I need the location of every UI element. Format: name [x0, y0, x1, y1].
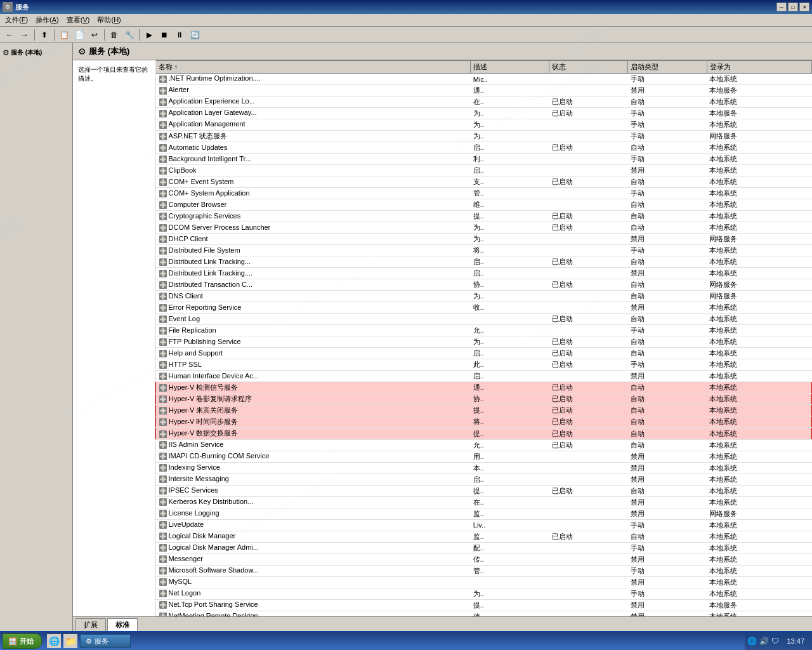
- tray-network-icon[interactable]: 🌐: [747, 637, 757, 646]
- tab-extended[interactable]: 扩展: [75, 618, 106, 631]
- table-row[interactable]: Messenger传..禁用本地系统: [156, 554, 812, 565]
- svg-rect-220: [160, 490, 162, 491]
- table-row[interactable]: Application Management为..手动本地系统: [156, 119, 812, 131]
- service-status-cell: 已启动: [549, 405, 628, 416]
- toolbar-back[interactable]: ←: [3, 28, 16, 42]
- svg-rect-45: [162, 161, 164, 162]
- toolbar-delete[interactable]: 🗑: [107, 28, 121, 42]
- col-header-desc[interactable]: 描述: [471, 61, 549, 74]
- svg-rect-136: [160, 330, 162, 331]
- taskbar-ie-icon[interactable]: 🌐: [47, 634, 61, 648]
- toolbar-paste[interactable]: 📄: [72, 28, 86, 42]
- table-row[interactable]: MySQL禁用本地系统: [156, 576, 812, 588]
- table-row[interactable]: Cryptographic Services提..已启动自动本地系统: [156, 211, 812, 222]
- start-button[interactable]: 🪟 开始: [3, 633, 42, 649]
- table-row[interactable]: IIS Admin Service允..已启动自动本地系统: [156, 439, 812, 451]
- col-header-status[interactable]: 状态: [549, 61, 628, 74]
- table-row[interactable]: Alerter通..禁用本地服务: [156, 85, 812, 96]
- col-header-logon[interactable]: 登录为: [707, 61, 811, 74]
- minimize-button[interactable]: ─: [776, 3, 787, 11]
- close-button[interactable]: ✕: [799, 3, 809, 11]
- table-row[interactable]: Hyper-V 数据交换服务提..已启动自动本地系统: [156, 428, 812, 439]
- tray-security-icon[interactable]: 🛡: [771, 637, 779, 646]
- service-startup-cell: 手动: [628, 188, 707, 199]
- table-row[interactable]: ASP.NET 状态服务为..手动网络服务: [156, 131, 812, 142]
- table-row[interactable]: Logical Disk Manager监..已启动自动本地系统: [156, 531, 812, 542]
- service-startup-cell: 禁用: [628, 462, 707, 474]
- svg-rect-65: [164, 193, 166, 194]
- svg-rect-146: [162, 350, 164, 352]
- menu-file[interactable]: 文件(F): [1, 14, 32, 26]
- service-startup-cell: 禁用: [628, 576, 707, 588]
- col-header-name[interactable]: 名称 ↑: [156, 61, 471, 74]
- table-row[interactable]: IPSEC Services提..已启动自动本地系统: [156, 485, 812, 496]
- table-row[interactable]: Background Intelligent Tr...利..手动本地系统: [156, 154, 812, 165]
- toolbar-stop[interactable]: ⏹: [157, 28, 171, 42]
- table-row[interactable]: DCOM Server Process Launcher为..已启动自动本地系统: [156, 222, 812, 234]
- toolbar-undo[interactable]: ↩: [88, 28, 102, 42]
- table-row[interactable]: Net.Tcp Port Sharing Service提..禁用本地服务: [156, 599, 812, 611]
- table-row[interactable]: File Replication允..手动本地系统: [156, 325, 812, 336]
- toolbar-start[interactable]: ▶: [142, 28, 156, 42]
- table-row[interactable]: Distributed Transaction C...协..已启动自动网络服务: [156, 279, 812, 291]
- menu-view[interactable]: 查看(V): [63, 14, 94, 26]
- table-row[interactable]: Distributed File System将..手动本地系统: [156, 245, 812, 256]
- toolbar-pause[interactable]: ⏸: [173, 28, 187, 42]
- svg-rect-243: [162, 538, 164, 540]
- table-row[interactable]: License Logging监..禁用网络服务: [156, 508, 812, 519]
- table-row[interactable]: ClipBook启..禁用本地系统: [156, 165, 812, 176]
- table-row[interactable]: Microsoft Software Shadow...管..手动本地系统: [156, 565, 812, 576]
- service-logon-cell: 本地系统: [707, 405, 811, 416]
- table-row[interactable]: Indexing Service本..禁用本地系统: [156, 462, 812, 474]
- table-row[interactable]: Error Reporting Service收..禁用本地系统: [156, 302, 812, 314]
- table-row[interactable]: DHCP Client为..禁用网络服务: [156, 234, 812, 245]
- table-row[interactable]: NetMeeting Remote Desktop...使..禁用本地系统: [156, 611, 812, 616]
- taskbar-folder-icon[interactable]: 📁: [63, 634, 77, 648]
- tray-volume-icon[interactable]: 🔊: [759, 637, 769, 646]
- table-row[interactable]: Intersite Messaging启..禁用本地系统: [156, 474, 812, 485]
- table-row[interactable]: COM+ Event System支..已启动自动本地系统: [156, 176, 812, 188]
- svg-rect-212: [162, 476, 164, 478]
- table-row[interactable]: Logical Disk Manager Admi...配..手动本地系统: [156, 542, 812, 554]
- service-name-cell: Kerberos Key Distribution...: [156, 496, 471, 508]
- table-row[interactable]: Application Layer Gateway...为..已启动手动本地服务: [156, 108, 812, 119]
- service-status-cell: [549, 599, 628, 611]
- table-row[interactable]: Computer Browser维..自动本地系统: [156, 199, 812, 211]
- table-row[interactable]: Application Experience Lo...在..已启动自动本地系统: [156, 96, 812, 108]
- toolbar-restart[interactable]: 🔄: [188, 28, 202, 42]
- table-row[interactable]: FTP Publishing Service为..已启动自动本地系统: [156, 336, 812, 348]
- table-row[interactable]: Help and Support启..已启动自动本地系统: [156, 348, 812, 359]
- col-header-startup[interactable]: 启动类型: [628, 61, 707, 74]
- maximize-button[interactable]: □: [788, 3, 798, 11]
- table-row[interactable]: Hyper-V 时间同步服务将..已启动自动本地系统: [156, 416, 812, 428]
- table-row[interactable]: Kerberos Key Distribution...在..禁用本地系统: [156, 496, 812, 508]
- table-row[interactable]: Event Log已启动自动本地系统: [156, 314, 812, 325]
- toolbar-copy[interactable]: 📋: [57, 28, 71, 42]
- table-row[interactable]: Distributed Link Tracking....启..禁用本地系统: [156, 268, 812, 279]
- toolbar-properties[interactable]: 🔧: [122, 28, 136, 42]
- toolbar-up[interactable]: ⬆: [37, 28, 51, 42]
- table-row[interactable]: DNS Client为..自动网络服务: [156, 291, 812, 302]
- table-row[interactable]: COM+ System Application管..手动本地系统: [156, 188, 812, 199]
- svg-rect-5: [164, 79, 166, 80]
- service-logon-cell: 本地系统: [707, 416, 811, 428]
- table-row[interactable]: LiveUpdateLiv..手动本地系统: [156, 519, 812, 531]
- tab-standard[interactable]: 标准: [107, 618, 138, 631]
- table-row[interactable]: Automatic Updates启..已启动自动本地系统: [156, 142, 812, 154]
- toolbar-forward[interactable]: →: [18, 28, 32, 42]
- table-row[interactable]: Net Logon为..手动本地系统: [156, 588, 812, 599]
- table-row[interactable]: Hyper-V 卷影复制请求程序协..已启动自动本地系统: [156, 394, 812, 405]
- service-icon: [159, 303, 167, 312]
- table-row[interactable]: Hyper-V 检测信号服务通..已启动自动本地系统: [156, 382, 812, 394]
- table-row[interactable]: Human Interface Device Ac...启..禁用本地系统: [156, 371, 812, 382]
- table-row[interactable]: Hyper-V 来宾关闭服务提..已启动自动本地系统: [156, 405, 812, 416]
- taskbar-services-btn[interactable]: ⚙ 服务: [80, 634, 131, 648]
- menu-action[interactable]: 操作(A): [32, 14, 63, 26]
- table-row[interactable]: .NET Runtime Optimization....Mic..手动本地系统: [156, 74, 812, 85]
- table-row[interactable]: Distributed Link Tracking...启..已启动自动本地系统: [156, 256, 812, 268]
- menu-help[interactable]: 帮助(H): [93, 14, 124, 26]
- table-row[interactable]: IMAPI CD-Burning COM Service用..禁用本地系统: [156, 451, 812, 462]
- services-table-container[interactable]: 名称 ↑ 描述 状态 启动类型 登录为 .NET R: [155, 60, 812, 616]
- svg-rect-257: [164, 559, 166, 560]
- table-row[interactable]: HTTP SSL此..已启动手动本地系统: [156, 359, 812, 371]
